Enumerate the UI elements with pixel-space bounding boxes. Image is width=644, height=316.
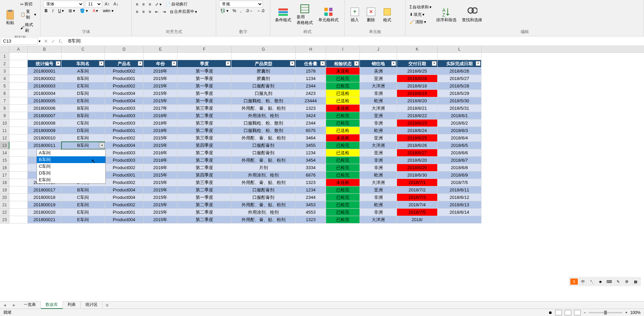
table-cell[interactable]: 201800008	[28, 120, 61, 127]
table-cell[interactable]: Product003	[105, 157, 144, 164]
row-header[interactable]: 20	[0, 194, 9, 201]
table-cell[interactable]: 美洲	[360, 68, 397, 75]
table-cell[interactable]: 已送检	[326, 90, 360, 97]
column-header[interactable]: F	[177, 46, 231, 52]
table-cell[interactable]: 第一季度	[177, 194, 231, 201]
table-cell[interactable]: 外用酊、膏、贴、粉剂	[231, 134, 296, 142]
table-cell[interactable]: 口服颗粒、粉、散剂	[231, 97, 296, 105]
table-cell[interactable]: 2015年	[144, 82, 177, 90]
table-cell[interactable]: 已送检	[326, 127, 360, 134]
ime-icon[interactable]: ☻	[596, 278, 604, 285]
table-cell[interactable]: 2018/7/4	[397, 201, 438, 209]
row-header[interactable]: 1	[0, 53, 9, 60]
table-cell[interactable]: 201800007	[28, 112, 61, 120]
number-format-select[interactable]: 常规	[219, 1, 263, 7]
font-size-select[interactable]: 11	[85, 1, 102, 7]
view-normal-button[interactable]	[555, 310, 562, 315]
row-header[interactable]: 6	[0, 90, 9, 97]
ime-icon[interactable]: ⌨	[605, 278, 613, 285]
dropdown-option[interactable]: D车间	[37, 170, 105, 177]
table-cell[interactable]: 外用酊、膏、贴、粉剂	[231, 201, 296, 209]
filter-button[interactable]: ▾	[99, 61, 104, 66]
table-cell[interactable]: 亚洲	[360, 112, 397, 120]
table-cell[interactable]: 3453	[296, 201, 326, 209]
table-cell[interactable]: 第三季度	[177, 134, 231, 142]
table-cell[interactable]: 2018/8/21	[397, 105, 438, 112]
table-cell[interactable]: 2018/5/31	[438, 105, 481, 112]
row-header[interactable]: 12	[0, 134, 9, 142]
table-column-header[interactable]: 检验状态▾	[326, 60, 360, 68]
table-cell[interactable]: 已检完	[326, 194, 360, 201]
align-top-icon[interactable]: ≡	[134, 1, 140, 8]
row-header[interactable]: 15	[0, 157, 9, 164]
currency-icon[interactable]: 💱 ▾	[219, 8, 230, 14]
table-cell[interactable]: 2017年	[144, 105, 177, 112]
row-header[interactable]: 19	[0, 186, 9, 194]
table-cell[interactable]: 2018/6/8	[438, 164, 481, 172]
find-select-button[interactable]: 查找和选择	[460, 6, 484, 24]
dropdown-option[interactable]: E车间	[37, 177, 105, 183]
table-cell[interactable]: Product002	[105, 179, 144, 186]
table-cell[interactable]: 2018/6/6	[438, 149, 481, 157]
table-cell[interactable]: 201800017	[28, 186, 61, 194]
table-cell[interactable]: 2018/6/26	[397, 75, 438, 82]
table-cell[interactable]: 已送检	[326, 149, 360, 157]
table-cell[interactable]: E车间	[61, 201, 105, 209]
row-header[interactable]: 5	[0, 82, 9, 90]
table-cell[interactable]: 2018/6/4	[438, 134, 481, 142]
table-cell[interactable]: 外用酊、膏、贴、粉剂	[231, 216, 296, 223]
table-cell[interactable]: Product004	[105, 142, 144, 149]
row-header[interactable]: 23	[0, 216, 9, 223]
table-cell[interactable]: 201800003	[28, 82, 61, 90]
table-cell[interactable]: 亚洲	[360, 149, 397, 157]
table-cell[interactable]: 亚洲	[360, 186, 397, 194]
fill-button[interactable]: ⬇ 填充 ▾	[408, 11, 433, 18]
delete-button[interactable]: ×删除	[364, 6, 378, 24]
table-cell[interactable]: 第二季度	[177, 201, 231, 209]
table-cell[interactable]: 23444	[296, 97, 326, 105]
table-cell[interactable]: 2015年	[144, 186, 177, 194]
copy-button[interactable]: 📋 复制 ▾	[19, 8, 38, 21]
table-cell[interactable]: 口服酊膏剂	[231, 142, 296, 149]
zoom-out-button[interactable]: −	[584, 310, 586, 315]
table-cell[interactable]: 片剂	[231, 164, 296, 172]
table-cell[interactable]: 已检完	[326, 164, 360, 172]
table-cell[interactable]: 1323	[296, 179, 326, 186]
indent-decrease-icon[interactable]: ⇤	[154, 8, 160, 15]
align-center-icon[interactable]: ≡	[141, 8, 146, 15]
table-cell[interactable]: C车间	[61, 120, 105, 127]
table-cell[interactable]: 大洋洲	[360, 216, 397, 223]
table-cell[interactable]: D车间	[61, 90, 105, 97]
table-cell[interactable]: 外用涂剂、栓剂	[231, 209, 296, 216]
table-column-header[interactable]: 统计编号▾	[28, 60, 61, 68]
table-cell[interactable]: Product004	[105, 216, 144, 223]
row-header[interactable]: 18	[0, 179, 9, 186]
sheet-tab[interactable]: 数据库	[41, 301, 63, 309]
table-cell[interactable]: 第二季度	[177, 127, 231, 134]
underline-button[interactable]: U ▾	[57, 8, 65, 14]
table-column-header[interactable]: 车间名▾	[61, 60, 105, 68]
table-cell[interactable]: 欧洲	[360, 97, 397, 105]
format-button[interactable]: 格式	[380, 6, 395, 24]
table-cell[interactable]: 非洲	[360, 164, 397, 172]
column-header[interactable]: E	[144, 46, 177, 52]
table-cell[interactable]: 201800020	[28, 209, 61, 216]
table-cell[interactable]: 2018/7/5	[397, 209, 438, 216]
table-cell[interactable]: 1234	[296, 149, 326, 157]
filter-button[interactable]: ▾	[172, 61, 176, 66]
table-cell[interactable]: 大洋洲	[360, 142, 397, 149]
sheet-tab[interactable]: 统计区	[81, 301, 103, 309]
table-cell[interactable]: Product004	[105, 194, 144, 201]
table-cell[interactable]: 201800018	[28, 194, 61, 201]
dropdown-option[interactable]: B车间	[37, 156, 105, 163]
table-cell[interactable]: 第一季度	[177, 82, 231, 90]
table-cell[interactable]: 3334	[296, 164, 326, 172]
table-cell[interactable]: 第二季度	[177, 164, 231, 172]
table-cell[interactable]: 2018/	[397, 216, 438, 223]
view-layout-button[interactable]	[565, 310, 571, 315]
table-cell[interactable]: Product004	[105, 90, 144, 97]
table-cell[interactable]: 201800005	[28, 97, 61, 105]
table-cell[interactable]: 第一季度	[177, 97, 231, 105]
row-header[interactable]: 2	[0, 60, 9, 68]
ime-icon[interactable]: ✎	[614, 278, 622, 285]
